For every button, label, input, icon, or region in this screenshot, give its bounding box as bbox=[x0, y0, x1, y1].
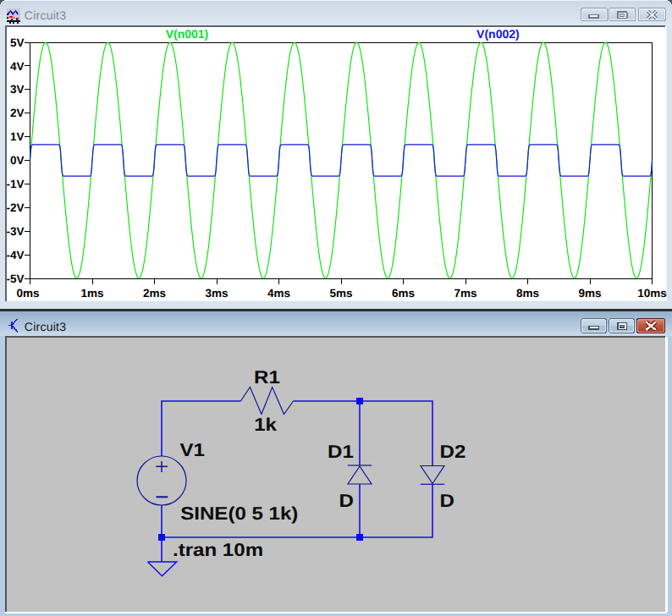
svg-text:4ms: 4ms bbox=[267, 287, 290, 300]
svg-text:9ms: 9ms bbox=[578, 287, 601, 300]
svg-text:R1: R1 bbox=[254, 367, 280, 388]
svg-text:1k: 1k bbox=[254, 415, 277, 435]
svg-text:V1: V1 bbox=[180, 440, 206, 460]
svg-text:3V: 3V bbox=[10, 83, 25, 96]
svg-text:1ms: 1ms bbox=[80, 287, 103, 300]
svg-text:-4V: -4V bbox=[6, 249, 24, 261]
svg-text:-5V: -5V bbox=[6, 272, 24, 285]
svg-text:D: D bbox=[440, 491, 454, 511]
svg-text:8ms: 8ms bbox=[516, 287, 539, 300]
svg-text:V(n001): V(n001) bbox=[166, 27, 209, 41]
svg-text:10ms: 10ms bbox=[637, 287, 667, 300]
svg-text:3ms: 3ms bbox=[205, 287, 228, 300]
svg-text:-3V: -3V bbox=[6, 225, 24, 238]
svg-text:0ms: 0ms bbox=[16, 287, 39, 300]
svg-text:V(n002): V(n002) bbox=[476, 27, 520, 41]
svg-text:5ms: 5ms bbox=[329, 287, 352, 300]
svg-text:5V: 5V bbox=[10, 36, 25, 49]
svg-text:Circuit3: Circuit3 bbox=[25, 320, 66, 333]
svg-text:1V: 1V bbox=[10, 130, 25, 143]
svg-text:0V: 0V bbox=[10, 154, 25, 167]
svg-text:.tran 10m: .tran 10m bbox=[173, 540, 263, 560]
svg-text:D1: D1 bbox=[328, 442, 354, 462]
svg-text:D2: D2 bbox=[440, 442, 466, 462]
svg-text:-2V: -2V bbox=[6, 201, 24, 214]
svg-text:D: D bbox=[339, 491, 354, 511]
svg-text:4V: 4V bbox=[10, 60, 25, 73]
svg-text:2ms: 2ms bbox=[143, 287, 166, 300]
svg-text:7ms: 7ms bbox=[454, 287, 476, 300]
svg-text:2V: 2V bbox=[10, 107, 25, 119]
svg-text:SINE(0 5 1k): SINE(0 5 1k) bbox=[180, 503, 298, 524]
svg-text:Circuit3: Circuit3 bbox=[25, 8, 66, 22]
svg-text:-1V: -1V bbox=[6, 178, 24, 190]
svg-text:6ms: 6ms bbox=[392, 287, 415, 300]
